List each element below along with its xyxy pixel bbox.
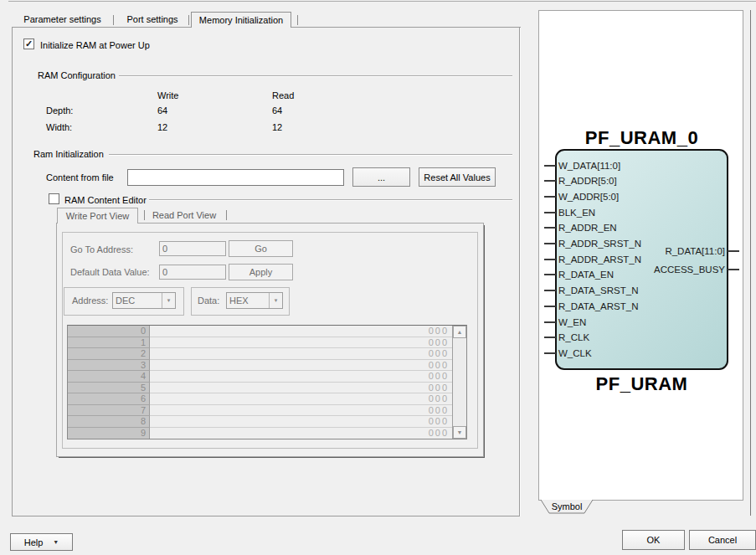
chevron-down-icon: ▾ xyxy=(269,293,282,308)
ram-content-editor-checkbox[interactable] xyxy=(49,193,59,204)
tab-separator xyxy=(188,15,189,25)
port-stub-line xyxy=(544,180,556,182)
memory-table-row[interactable]: 9000 xyxy=(68,428,452,439)
memory-table-row[interactable]: 4000 xyxy=(68,371,452,383)
go-button-label: Go xyxy=(255,244,267,254)
port-stub-line xyxy=(544,352,556,354)
default-data-input[interactable] xyxy=(159,265,226,280)
help-button[interactable]: Help ▼ xyxy=(10,533,73,551)
memory-data-cell[interactable]: 000 xyxy=(150,337,452,349)
ok-button[interactable]: OK xyxy=(622,530,685,550)
port-stub-line xyxy=(544,321,556,323)
data-format-label: Data: xyxy=(198,295,219,306)
port-stub-line xyxy=(544,274,556,275)
apply-button-label: Apply xyxy=(249,267,273,277)
tab-separator xyxy=(226,210,227,220)
width-label: Width: xyxy=(46,122,72,132)
goto-address-input[interactable] xyxy=(159,241,226,256)
memory-address-cell: 8 xyxy=(68,416,150,428)
width-write-value: 12 xyxy=(157,122,167,132)
scroll-down-icon[interactable]: ▼ xyxy=(453,426,466,439)
tab-parameter-settings-label: Parameter settings xyxy=(23,14,100,24)
port-label: R_DATA[11:0] xyxy=(665,246,728,256)
port-stub-line xyxy=(544,337,556,338)
memory-table-row[interactable]: 3000 xyxy=(68,360,452,372)
port-label: R_DATA_SRST_N xyxy=(556,285,638,295)
initialize-ram-label: Initialize RAM at Power Up xyxy=(40,40,150,50)
port-stub-line xyxy=(544,290,556,291)
memory-data-cell[interactable]: 000 xyxy=(150,326,452,337)
column-header-read: Read xyxy=(272,90,294,100)
input-port-r-addr-5-0-: R_ADDR[5:0] xyxy=(544,173,617,189)
memory-data-cell[interactable]: 000 xyxy=(150,393,452,405)
content-from-file-input[interactable] xyxy=(127,169,344,186)
tab-parameter-settings[interactable]: Parameter settings xyxy=(12,12,113,27)
memory-address-cell: 0 xyxy=(68,326,150,337)
memory-data-cell[interactable]: 000 xyxy=(150,428,452,439)
address-format-value: DEC xyxy=(113,295,162,306)
address-format-dropdown[interactable]: DEC ▾ xyxy=(112,292,176,309)
memory-data-cell[interactable]: 000 xyxy=(150,405,452,417)
input-port-r-data-arst-n: R_DATA_ARST_N xyxy=(544,298,638,314)
ram-initialization-groupline xyxy=(109,154,512,155)
memory-table-row[interactable]: 7000 xyxy=(68,405,452,417)
instance-name-label: PF_URAM_0 xyxy=(555,127,728,149)
memory-data-cell[interactable]: 000 xyxy=(150,360,452,372)
address-format-label: Address: xyxy=(72,295,108,306)
cancel-button[interactable]: Cancel xyxy=(689,530,756,550)
input-port-r-data-srst-n: R_DATA_SRST_N xyxy=(544,283,638,299)
chevron-down-icon: ▾ xyxy=(162,293,175,308)
ok-button-label: OK xyxy=(647,535,661,545)
port-label: W_CLK xyxy=(556,348,592,358)
memory-table-scrollbar[interactable]: ▲ ▼ xyxy=(452,326,466,439)
ram-content-editor-groupline xyxy=(149,199,512,200)
apply-button[interactable]: Apply xyxy=(229,264,293,280)
memory-content-table: 0000100020003000400050006000700080009000… xyxy=(67,325,467,439)
memory-table-row[interactable]: 1000 xyxy=(68,337,452,349)
memory-address-cell: 6 xyxy=(68,393,150,405)
reset-all-values-button[interactable]: Reset All Values xyxy=(419,167,496,187)
port-label: R_ADDR_ARST_N xyxy=(556,254,641,265)
symbol-tab-label: Symbol xyxy=(552,501,583,511)
goto-address-label: Go To Address: xyxy=(70,244,133,254)
ram-configuration-title: RAM Configuration xyxy=(38,70,119,80)
memory-data-cell[interactable]: 000 xyxy=(150,416,452,428)
scroll-up-icon[interactable]: ▲ xyxy=(453,326,466,338)
memory-data-cell[interactable]: 000 xyxy=(150,348,452,360)
symbol-tab[interactable]: Symbol xyxy=(540,500,594,515)
content-from-file-label: Content from file xyxy=(46,172,114,182)
memory-data-cell[interactable]: 000 xyxy=(150,383,452,394)
initialize-ram-checkbox[interactable]: ✓ xyxy=(23,39,34,49)
ram-content-editor-label: RAM Content Editor xyxy=(64,195,147,205)
tab-separator xyxy=(144,210,145,220)
tab-port-settings[interactable]: Port settings xyxy=(117,12,188,27)
memory-table-row[interactable]: 5000 xyxy=(68,383,452,394)
go-button[interactable]: Go xyxy=(229,240,293,257)
input-port-r-addr-srst-n: R_ADDR_SRST_N xyxy=(544,236,641,252)
memory-table-row[interactable]: 6000 xyxy=(68,393,452,405)
ram-configuration-groupline xyxy=(114,75,512,76)
memory-table-row[interactable]: 0000 xyxy=(68,326,452,337)
tab-separator xyxy=(113,15,114,25)
port-label: ACCESS_BUSY xyxy=(654,265,728,275)
input-port-w-en: W_EN xyxy=(544,314,586,330)
memory-address-cell: 4 xyxy=(68,371,150,383)
tab-write-port-view[interactable]: Write Port View xyxy=(57,208,138,224)
port-stub-line xyxy=(728,269,739,270)
memory-table-row[interactable]: 8000 xyxy=(68,416,452,428)
tab-read-port-view[interactable]: Read Port View xyxy=(147,208,221,223)
port-label: W_EN xyxy=(556,317,586,327)
help-button-label: Help xyxy=(24,537,44,547)
port-label: W_DATA[11:0] xyxy=(556,161,620,171)
port-stub-line xyxy=(544,212,556,213)
memory-data-cell[interactable]: 000 xyxy=(150,371,452,383)
tab-separator xyxy=(297,15,298,25)
memory-table-row[interactable]: 2000 xyxy=(68,348,452,360)
panel-splitter-highlight xyxy=(520,28,521,516)
browse-file-button[interactable]: ... xyxy=(352,167,410,187)
tab-memory-initialization[interactable]: Memory Initialization xyxy=(191,12,291,28)
input-port-r-addr-en: R_ADDR_EN xyxy=(544,220,617,236)
output-port-r-data-11-0-: R_DATA[11:0] xyxy=(665,243,739,259)
port-stub-line xyxy=(544,243,556,244)
data-format-dropdown[interactable]: HEX ▾ xyxy=(226,292,283,309)
